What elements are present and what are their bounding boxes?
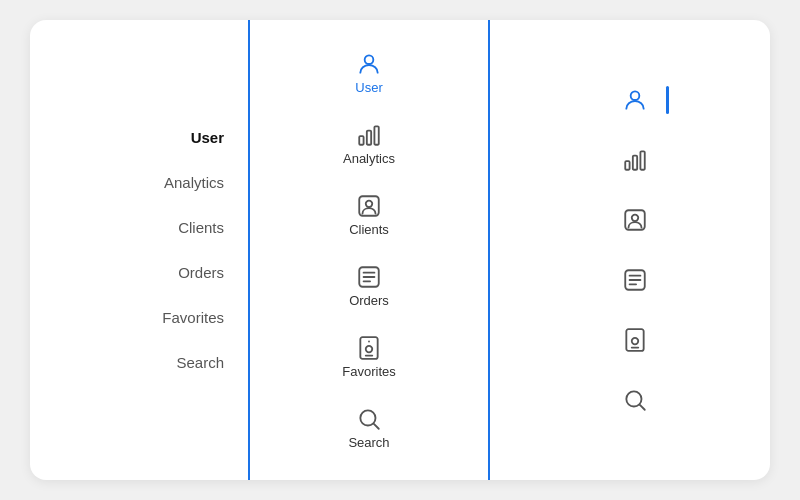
text-nav-clients[interactable]: Clients: [178, 219, 224, 236]
svg-point-21: [632, 215, 639, 222]
icon-only-search[interactable]: [619, 384, 651, 416]
main-card: User Analytics Clients Orders Favorites …: [30, 20, 770, 480]
text-nav-user[interactable]: User: [191, 129, 224, 146]
icon-text-label-analytics: Analytics: [343, 151, 395, 166]
svg-point-12: [366, 346, 373, 353]
icon-text-nav-user[interactable]: User: [339, 44, 399, 101]
text-nav-analytics[interactable]: Analytics: [164, 174, 224, 191]
icon-text-label-search: Search: [348, 435, 389, 450]
text-nav-orders[interactable]: Orders: [178, 264, 224, 281]
svg-rect-17: [625, 161, 629, 170]
text-nav-favorites[interactable]: Favorites: [162, 309, 224, 326]
icon-text-label-clients: Clients: [349, 222, 389, 237]
orders-icon: [355, 263, 383, 291]
icon-only-analytics[interactable]: [619, 144, 651, 176]
svg-point-27: [632, 338, 639, 345]
svg-line-30: [640, 405, 645, 410]
svg-rect-18: [633, 156, 637, 170]
user-icon: [355, 50, 383, 78]
svg-rect-2: [367, 131, 371, 145]
icon-only-user[interactable]: [619, 84, 651, 116]
icon-text-nav-clients[interactable]: Clients: [333, 186, 405, 243]
icon-text-nav-search[interactable]: Search: [332, 399, 405, 456]
analytics-icon: [355, 121, 383, 149]
search-icon: [355, 405, 383, 433]
svg-rect-1: [359, 136, 363, 145]
svg-point-5: [366, 201, 373, 208]
text-nav-search[interactable]: Search: [176, 354, 224, 371]
icon-text-nav-orders[interactable]: Orders: [333, 257, 405, 314]
svg-rect-19: [640, 151, 644, 169]
svg-point-16: [631, 91, 640, 100]
svg-rect-3: [374, 126, 378, 144]
col-text-nav: User Analytics Clients Orders Favorites …: [30, 20, 250, 480]
favorites-icon: [355, 334, 383, 362]
icon-text-nav-analytics[interactable]: Analytics: [327, 115, 411, 172]
icon-text-label-orders: Orders: [349, 293, 389, 308]
col-icon-text-nav: User Analytics Clients: [250, 20, 490, 480]
clients-icon: [355, 192, 383, 220]
svg-line-15: [374, 424, 379, 429]
icon-text-nav-favorites[interactable]: Favorites: [326, 328, 411, 385]
svg-point-0: [365, 55, 374, 64]
icon-text-label-user: User: [355, 80, 382, 95]
col-icons-only-nav: [490, 20, 770, 480]
icon-text-label-favorites: Favorites: [342, 364, 395, 379]
icon-only-clients[interactable]: [619, 204, 651, 236]
icon-only-orders[interactable]: [619, 264, 651, 296]
icon-only-favorites[interactable]: [619, 324, 651, 356]
